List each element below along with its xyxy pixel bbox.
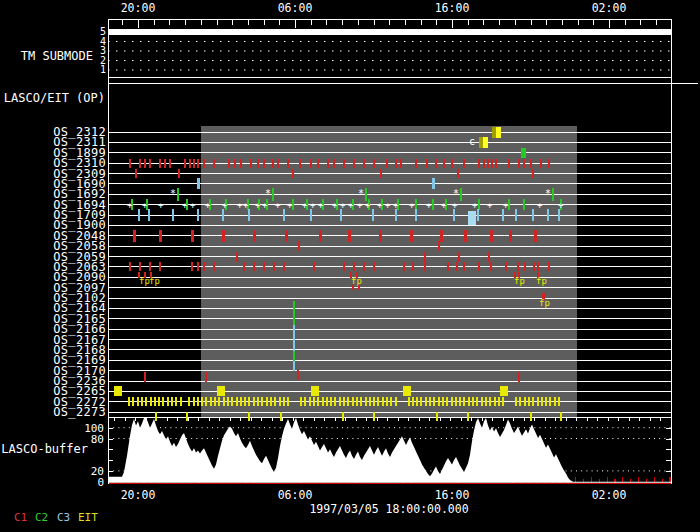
event-tick-OS_2272 [438, 397, 440, 406]
event-glyph-OS_1692: * [545, 188, 551, 199]
event-tick-OS_2272 [382, 397, 384, 406]
buffer-top-tick [324, 418, 325, 422]
event-tick-OS_2272 [141, 397, 143, 406]
row-line-OS_2164 [108, 308, 672, 309]
buffer-top-tick [566, 418, 567, 422]
event-tick-OS_2309 [178, 169, 180, 178]
legend-item-C3: C3 [57, 512, 70, 523]
event-tick-OS_2272 [326, 397, 328, 406]
event-tick-OS_2272 [334, 397, 336, 406]
event-tick-OS_1709 [547, 209, 549, 221]
buffer-top-tick [219, 418, 220, 422]
event-tick-OS_2310 [327, 159, 329, 168]
event-tick-OS_2310 [144, 159, 146, 168]
row-line-OS_2168 [108, 349, 672, 350]
event-tick-OS_2310 [333, 159, 335, 168]
buffer-top-tick [303, 418, 304, 422]
event-tick-OS_2063 [213, 262, 215, 271]
top-axis-minor-tick [326, 20, 327, 25]
event-tick-OS_2309 [457, 169, 459, 178]
buffer-top-tick [377, 418, 378, 422]
buffer-top-tick [650, 418, 651, 422]
event-glyph-OS_1694: + [262, 200, 268, 210]
event-tick-OS_2272 [274, 397, 276, 406]
event-glyph-OS_1694: + [205, 200, 211, 210]
event-tick-OS_2272 [322, 397, 324, 406]
event-tick-OS_2272 [240, 397, 242, 406]
bottom-axis-label: 20:00 [121, 490, 156, 502]
event-glyph-OS_2090: fp [514, 276, 525, 286]
event-glyph-OS_1694: + [332, 200, 338, 210]
event-tick-OS_2063 [197, 262, 199, 271]
event-glyph-OS_1694: + [426, 200, 432, 210]
event-glyph-OS_1694: + [255, 200, 261, 210]
event-tick-OS_2273 [186, 412, 188, 421]
event-tick-OS_2272 [145, 397, 147, 406]
top-axis-minor-tick [436, 20, 437, 25]
event-tick-OS_2097 [352, 285, 354, 290]
event-tick-OS_2272 [261, 397, 263, 406]
event-tick-OS_1709 [453, 209, 455, 221]
event-tick-OS_2048 [440, 230, 443, 242]
event-block-OS_2265 [114, 386, 122, 396]
buffer-top-tick [272, 418, 273, 422]
event-tick-OS_2272 [541, 397, 543, 406]
buffer-top-tick [555, 418, 556, 422]
buffer-top-line [108, 417, 672, 418]
event-tick-OS_2272 [365, 397, 367, 406]
event-tick-OS_1709 [372, 209, 374, 221]
event-tick-OS_2272 [420, 397, 422, 406]
top-axis-major-tick [452, 20, 453, 28]
event-tick-OS_2272 [218, 397, 220, 406]
event-glyph-OS_1694: + [340, 200, 346, 210]
event-tick-OS_2272 [287, 397, 289, 406]
event-tick-OS_2063 [343, 262, 345, 271]
buffer-top-tick [618, 418, 619, 422]
event-block-OS_2312 [496, 127, 501, 138]
event-glyph-OS_1694: + [558, 200, 564, 210]
event-tick-OS_2058 [298, 241, 300, 251]
buffer-top-tick [513, 418, 514, 422]
event-tick-OS_2063 [129, 262, 131, 271]
buffer-top-tick [660, 418, 661, 422]
event-tick-OS_1694 [432, 199, 434, 210]
event-tick-OS_2059 [424, 252, 426, 262]
buffer-top-tick [356, 418, 357, 422]
buffer-top-tick [209, 418, 210, 422]
event-tick-OS_2310 [149, 159, 151, 168]
event-tick-OS_2273 [560, 412, 562, 421]
event-tick-OS_2272 [377, 397, 379, 406]
event-tick-OS_2272 [558, 397, 560, 406]
buffer-y-tick [666, 460, 671, 461]
event-tick-OS_2310 [257, 159, 259, 168]
event-tick-OS_2272 [343, 397, 345, 406]
buffer-top-tick [251, 418, 252, 422]
event-tick-OS_2272 [180, 397, 182, 406]
event-glyph-OS_2311: c [469, 136, 475, 147]
top-axis-minor-tick [389, 20, 390, 25]
top-axis-label: 06:00 [278, 3, 313, 15]
event-tick-OS_2309 [532, 169, 534, 178]
event-tick-OS_2310 [483, 159, 485, 168]
event-glyph-OS_1694: + [377, 200, 383, 210]
event-tick-OS_2310 [234, 159, 236, 168]
event-tick-OS_2310 [463, 159, 465, 168]
event-tick-OS_1709 [515, 209, 517, 221]
buffer-top-tick [345, 418, 346, 422]
event-tick-OS_2272 [162, 397, 164, 406]
event-tick-OS_2048 [159, 230, 162, 242]
event-tick-OS_1709 [148, 209, 150, 221]
top-axis-label: 16:00 [435, 3, 470, 15]
event-tick-OS_2310 [395, 159, 397, 168]
row-line-OS_2236 [108, 381, 672, 382]
event-tick-OS_2063 [253, 262, 255, 271]
event-tick-OS_2063 [191, 262, 193, 271]
top-axis-minor-tick [342, 20, 343, 25]
top-axis-minor-tick [656, 20, 657, 25]
event-tick-OS_1692 [177, 188, 179, 201]
top-axis-minor-tick [593, 20, 594, 25]
event-glyph-OS_1694: + [287, 200, 293, 210]
tm-submode-level-label: 1 [100, 65, 106, 75]
event-tick-OS_2272 [386, 397, 388, 406]
event-tick-OS_2310 [213, 159, 215, 168]
